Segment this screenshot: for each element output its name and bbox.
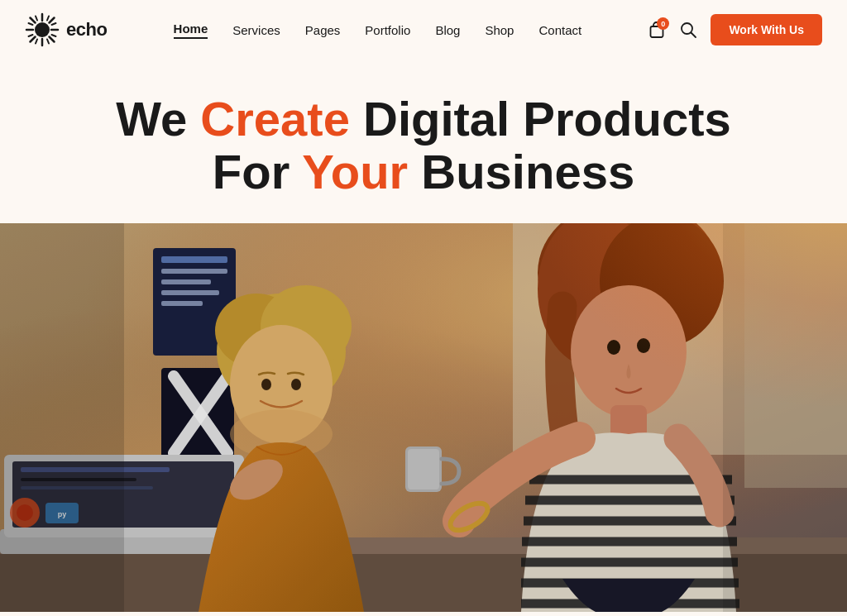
hero-line2: For Your Business [213, 145, 634, 198]
svg-line-10 [47, 40, 49, 44]
svg-line-12 [52, 35, 56, 36]
hero-line1-part1: We [116, 92, 200, 146]
nav-pages[interactable]: Pages [305, 23, 341, 37]
svg-line-14 [52, 23, 56, 25]
svg-line-6 [50, 37, 55, 42]
svg-line-7 [50, 18, 55, 23]
site-header: echo Home Services Pages Portfolio Blog … [0, 0, 847, 60]
hero-line2-highlight: Your [302, 145, 408, 198]
svg-line-16 [47, 17, 49, 21]
search-button[interactable] [679, 21, 697, 39]
cta-button[interactable]: Work With Us [711, 14, 822, 45]
svg-line-15 [36, 40, 37, 44]
nav-services[interactable]: Services [232, 23, 280, 37]
svg-point-0 [35, 22, 50, 37]
nav-contact[interactable]: Contact [538, 23, 581, 37]
logo-text: echo [66, 19, 107, 41]
svg-rect-69 [723, 223, 847, 612]
cart-button[interactable]: 0 [648, 21, 666, 39]
header-actions: 0 Work With Us [648, 14, 822, 45]
logo-icon [25, 12, 60, 47]
hero-line1-highlight: Create [200, 92, 350, 146]
hero-line2-part1: For [213, 145, 303, 198]
svg-line-19 [691, 33, 696, 38]
nav-blog[interactable]: Blog [435, 23, 460, 37]
hero-section: We Create Digital Products For Your Busi… [0, 60, 847, 223]
hero-image: py [0, 223, 847, 612]
nav-portfolio[interactable]: Portfolio [365, 23, 410, 37]
svg-line-9 [36, 17, 37, 21]
cart-badge: 0 [657, 17, 669, 30]
svg-line-8 [31, 37, 36, 42]
svg-line-5 [31, 18, 36, 23]
svg-line-13 [29, 35, 33, 36]
hero-line1: We Create Digital Products [116, 92, 730, 146]
logo-link[interactable]: echo [25, 12, 107, 47]
search-icon [679, 21, 697, 39]
svg-rect-67 [0, 223, 847, 612]
hero-line2-part2: Business [408, 145, 634, 198]
main-nav: Home Services Pages Portfolio Blog Shop … [174, 21, 582, 39]
nav-shop[interactable]: Shop [485, 23, 514, 37]
nav-home[interactable]: Home [174, 21, 208, 39]
svg-rect-68 [0, 223, 124, 612]
svg-line-11 [29, 23, 33, 25]
hero-line1-part2: Digital Products [350, 92, 731, 146]
hero-title: We Create Digital Products For Your Busi… [17, 93, 830, 198]
hero-scene-svg: py [0, 223, 847, 612]
